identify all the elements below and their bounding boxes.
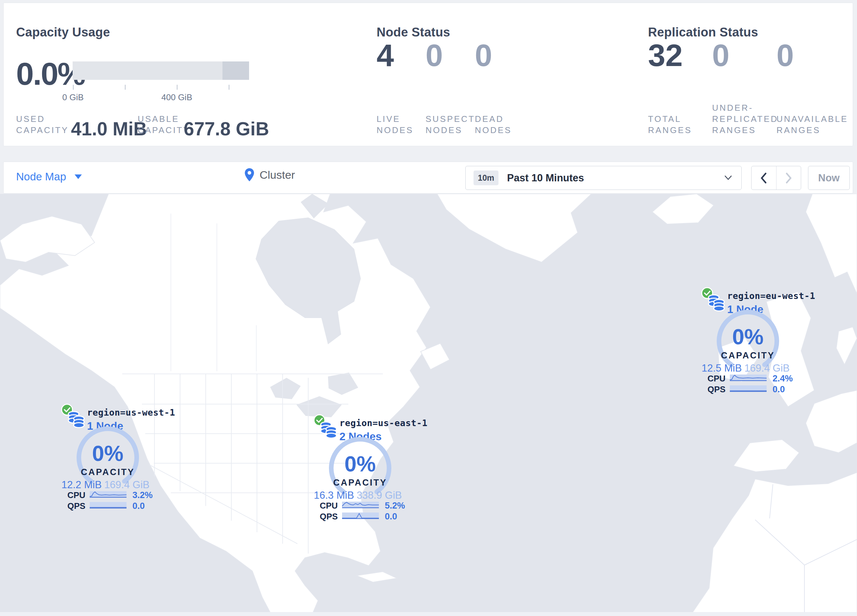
unavailable-ranges-label: UNAVAILABLE RANGES: [777, 101, 848, 136]
total-ranges-label: TOTAL RANGES: [648, 101, 692, 136]
qps-metric-row: QPS 0.0: [707, 384, 790, 393]
bottom-margin: [0, 612, 857, 616]
capacity-gauge-label: CAPACITY: [326, 478, 394, 488]
region-marker-eu-west-1[interactable]: region=eu-west-1 1 Node 0% CAPACITY 12.5…: [695, 287, 793, 397]
usable-capacity: 169.4 GiB: [104, 479, 150, 491]
qps-value: 0.0: [773, 384, 785, 395]
live-nodes-label: LIVE NODES: [377, 101, 413, 136]
qps-value: 0.0: [132, 501, 145, 511]
map-pin-icon: [244, 168, 254, 182]
axis-tick: [125, 85, 125, 90]
cpu-metric-row: CPU 3.2%: [67, 490, 150, 499]
axis-tick: [177, 85, 178, 90]
label-line: RANGES: [777, 125, 848, 136]
view-selector-label: Node Map: [16, 170, 66, 183]
breadcrumb-label: Cluster: [260, 168, 295, 181]
now-button-label: Now: [818, 172, 840, 184]
dead-nodes-label: DEAD NODES: [475, 101, 512, 136]
under-replicated-ranges-count: 0: [712, 40, 730, 71]
capacity-values: 16.3 MiB 338.9 GiB: [314, 489, 402, 501]
label-line: TOTAL: [648, 113, 692, 125]
label-line: RANGES: [712, 125, 778, 136]
now-button[interactable]: Now: [808, 166, 850, 190]
map-toolbar: Node Map Cluster 10m Past 10 Minutes: [3, 162, 853, 193]
under-replicated-ranges-label: UNDER- REPLICATED RANGES: [712, 101, 778, 136]
replication-status-title: Replication Status: [648, 25, 758, 39]
qps-sparkline: [342, 511, 379, 520]
label-line: UNAVAILABLE: [777, 113, 848, 125]
label-line: RANGES: [648, 125, 692, 136]
dead-nodes-count: 0: [475, 40, 492, 71]
time-range-badge: 10m: [473, 170, 498, 185]
chevron-right-icon: [785, 173, 792, 184]
qps-metric-row: QPS 0.0: [320, 511, 402, 520]
capacity-gauge-percent: 0%: [326, 451, 394, 476]
unavailable-ranges-count: 0: [777, 40, 794, 71]
cpu-value: 2.4%: [773, 374, 793, 384]
usable-capacity: 338.9 GiB: [357, 489, 402, 501]
qps-sparkline: [730, 384, 767, 392]
cpu-sparkline: [342, 501, 379, 509]
region-name: region=eu-west-1: [727, 291, 815, 301]
label-line: NODES: [377, 125, 413, 136]
cpu-label: CPU: [707, 374, 726, 384]
label-line: SUSPECT: [425, 113, 475, 125]
capacity-bar-reserved-segment: [223, 62, 249, 80]
label-line: CAPACITY: [16, 125, 69, 136]
region-marker-us-west-1[interactable]: region=us-west-1 1 Node 0% CAPACITY 12.2…: [54, 403, 153, 514]
cpu-metric-row: CPU 5.2%: [320, 501, 402, 509]
axis-tick: [229, 85, 229, 90]
capacity-gauge-label: CAPACITY: [713, 350, 783, 361]
cpu-label: CPU: [67, 490, 85, 500]
used-capacity: 12.5 MiB: [702, 362, 742, 374]
total-ranges-count: 32: [648, 40, 683, 71]
time-pager: [751, 166, 801, 190]
usable-capacity-label: USABLE CAPACITY: [138, 101, 190, 136]
chevron-left-icon: [760, 173, 767, 184]
caret-down-icon: [74, 174, 82, 179]
capacity-usage-title: Capacity Usage: [16, 25, 110, 39]
label-line: DEAD: [475, 113, 512, 125]
cpu-sparkline: [90, 490, 127, 499]
suspect-nodes-label: SUSPECT NODES: [425, 101, 475, 136]
used-capacity: 12.2 MiB: [62, 479, 102, 491]
cluster-overview-page: Capacity Usage 0.0% 0 GiB 400 GiB USED C…: [0, 0, 857, 616]
label-line: NODES: [425, 125, 475, 136]
cpu-label: CPU: [320, 501, 338, 511]
cluster-summary-panel: Capacity Usage 0.0% 0 GiB 400 GiB USED C…: [3, 3, 853, 146]
region-name: region=us-east-1: [339, 418, 427, 428]
capacity-bar: [73, 62, 249, 80]
region-marker-us-east-1[interactable]: region=us-east-1 2 Nodes 0% CAPACITY 16.…: [306, 414, 405, 524]
time-range-label: Past 10 Minutes: [507, 172, 584, 184]
live-nodes-count: 4: [377, 40, 394, 71]
used-capacity-value: 41.0 MiB: [71, 118, 147, 140]
capacity-values: 12.5 MiB 169.4 GiB: [702, 362, 790, 374]
qps-metric-row: QPS 0.0: [67, 501, 150, 509]
qps-label: QPS: [320, 511, 338, 522]
label-line: CAPACITY: [138, 125, 190, 136]
capacity-gauge-percent: 0%: [73, 441, 142, 466]
chevron-down-icon: [724, 175, 732, 181]
cpu-value: 3.2%: [132, 490, 153, 500]
label-line: USED: [16, 113, 69, 125]
cpu-sparkline: [730, 374, 767, 382]
usable-capacity-value: 677.8 GiB: [184, 118, 269, 140]
qps-value: 0.0: [385, 511, 397, 522]
time-range-dropdown[interactable]: 10m Past 10 Minutes: [465, 166, 742, 190]
breadcrumb[interactable]: Cluster: [244, 168, 295, 182]
time-forward-button[interactable]: [776, 166, 801, 190]
usable-capacity: 169.4 GiB: [744, 362, 790, 374]
used-capacity-label: USED CAPACITY: [16, 101, 69, 136]
view-selector-dropdown[interactable]: Node Map: [16, 170, 82, 183]
node-status-title: Node Status: [377, 25, 450, 39]
capacity-gauge-label: CAPACITY: [73, 467, 142, 477]
label-line: NODES: [475, 125, 512, 136]
label-line: USABLE: [138, 113, 190, 125]
capacity-gauge-percent: 0%: [713, 324, 783, 349]
time-back-button[interactable]: [752, 166, 776, 190]
label-line: LIVE: [377, 113, 413, 125]
node-map[interactable]: region=us-west-1 1 Node 0% CAPACITY 12.2…: [0, 194, 857, 616]
qps-label: QPS: [67, 501, 85, 511]
label-line: REPLICATED: [712, 113, 778, 125]
suspect-nodes-count: 0: [425, 40, 443, 71]
